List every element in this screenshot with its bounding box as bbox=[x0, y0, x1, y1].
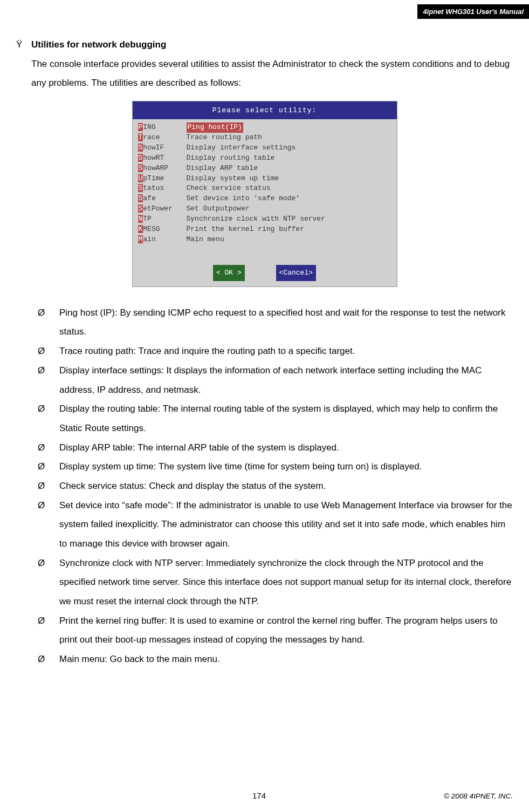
console-row[interactable]: KMESGPrint the kernel ring buffer bbox=[138, 224, 391, 235]
list-item: ØSynchronize clock with NTP server: Imme… bbox=[38, 554, 513, 611]
console-row[interactable]: ShowIFDisplay interface settings bbox=[138, 143, 391, 153]
console-row[interactable]: StatusCheck service status bbox=[138, 183, 391, 194]
console-desc: Display routing table bbox=[187, 153, 275, 163]
list-marker: Ø bbox=[38, 399, 59, 438]
list-text: Synchronize clock with NTP server: Immed… bbox=[59, 554, 513, 611]
console-desc: Set device into 'safe mode' bbox=[187, 194, 300, 204]
console-screenshot: Please select utility: PINGPing host(IP)… bbox=[132, 101, 397, 287]
list-item: ØDisplay the routing table: The internal… bbox=[38, 399, 513, 438]
console-cmd: UpTime bbox=[138, 174, 187, 184]
list-item: ØDisplay interface settings: It displays… bbox=[38, 361, 513, 399]
list-text: Ping host (IP): By sending ICMP echo req… bbox=[59, 303, 513, 342]
console-cancel-button[interactable]: <Cancel> bbox=[276, 265, 316, 281]
list-marker: Ø bbox=[38, 457, 59, 476]
list-text: Display interface settings: It displays … bbox=[59, 361, 513, 399]
list-marker: Ø bbox=[38, 496, 59, 554]
console-cmd: Main bbox=[138, 235, 187, 245]
page-footer: 174 © 2008 4IPNET, INC. bbox=[0, 791, 529, 800]
list-marker: Ø bbox=[38, 611, 59, 650]
console-desc: Synchronize clock with NTP server bbox=[187, 214, 325, 224]
console-row[interactable]: SetPowerSet Outputpower bbox=[138, 204, 391, 214]
list-marker: Ø bbox=[38, 554, 59, 611]
console-row[interactable]: ShowRTDisplay routing table bbox=[138, 153, 391, 163]
list-text: Display ARP table: The internal ARP tabl… bbox=[59, 438, 513, 458]
console-cmd: SetPower bbox=[138, 204, 187, 214]
content-area: Ÿ Utilities for network debugging The co… bbox=[16, 35, 513, 669]
section-intro: The console interface provides several u… bbox=[31, 54, 513, 93]
console-header: Please select utility: bbox=[133, 101, 397, 119]
console-desc: Print the kernel ring buffer bbox=[187, 224, 304, 235]
list-text: Display system up time: The system live … bbox=[59, 457, 513, 476]
list-text: Print the kernel ring buffer: It is used… bbox=[59, 611, 513, 650]
utility-list: ØPing host (IP): By sending ICMP echo re… bbox=[38, 303, 513, 669]
console-desc: Main menu bbox=[187, 235, 224, 245]
list-text: Display the routing table: The internal … bbox=[59, 399, 513, 438]
console-desc: Display system up time bbox=[187, 174, 279, 184]
console-cmd: ShowIF bbox=[138, 143, 187, 153]
console-desc: Display ARP table bbox=[187, 163, 258, 174]
console-cmd: ShowARP bbox=[138, 163, 187, 174]
list-item: ØMain menu: Go back to the main menu. bbox=[38, 650, 513, 669]
list-marker: Ø bbox=[38, 438, 59, 458]
console-desc: Set Outputpower bbox=[187, 204, 250, 214]
bullet-marker: Ÿ bbox=[16, 35, 31, 54]
list-item: ØPing host (IP): By sending ICMP echo re… bbox=[38, 303, 513, 342]
list-item: ØDisplay system up time: The system live… bbox=[38, 457, 513, 476]
console-desc: Check service status bbox=[187, 183, 271, 194]
list-text: Main menu: Go back to the main menu. bbox=[59, 650, 513, 669]
console-desc: Trace routing path bbox=[187, 133, 262, 143]
console-cmd: NTP bbox=[138, 214, 187, 224]
console-cmd: Trace bbox=[138, 133, 187, 143]
console-row[interactable]: ShowARPDisplay ARP table bbox=[138, 163, 391, 174]
console-ok-button[interactable]: < OK > bbox=[213, 265, 245, 281]
section-title: Utilities for network debugging bbox=[31, 35, 166, 54]
page-number: 174 bbox=[124, 791, 394, 800]
list-text: Trace routing path: Trace and inquire th… bbox=[59, 342, 513, 361]
list-item: ØTrace routing path: Trace and inquire t… bbox=[38, 342, 513, 361]
console-row[interactable]: NTPSynchronize clock with NTP server bbox=[138, 214, 391, 224]
list-marker: Ø bbox=[38, 303, 59, 342]
console-cmd: KMESG bbox=[138, 224, 187, 235]
footer-copyright: © 2008 4IPNET, INC. bbox=[394, 792, 513, 800]
console-cmd: Safe bbox=[138, 194, 187, 204]
console-row[interactable]: UpTimeDisplay system up time bbox=[138, 174, 391, 184]
list-item: ØCheck service status: Check and display… bbox=[38, 476, 513, 496]
list-item: ØPrint the kernel ring buffer: It is use… bbox=[38, 611, 513, 650]
list-marker: Ø bbox=[38, 342, 59, 361]
list-text: Check service status: Check and display … bbox=[59, 476, 513, 496]
list-marker: Ø bbox=[38, 650, 59, 669]
console-desc: Display interface settings bbox=[187, 143, 296, 153]
section-heading: Ÿ Utilities for network debugging bbox=[16, 35, 513, 54]
console-row[interactable]: SafeSet device into 'safe mode' bbox=[138, 194, 391, 204]
console-body: PINGPing host(IP)TraceTrace routing path… bbox=[133, 119, 397, 261]
console-cmd: PING bbox=[138, 122, 187, 133]
console-row[interactable]: PINGPing host(IP) bbox=[138, 122, 391, 133]
list-marker: Ø bbox=[38, 361, 59, 399]
console-desc: Ping host(IP) bbox=[187, 122, 243, 133]
console-footer: < OK > <Cancel> bbox=[133, 261, 397, 286]
list-item: ØDisplay ARP table: The internal ARP tab… bbox=[38, 438, 513, 458]
page-container: 4ipnet WHG301 User's Manual Ÿ Utilities … bbox=[0, 0, 529, 812]
console-cmd: Status bbox=[138, 183, 187, 194]
list-text: Set device into “safe mode”: If the admi… bbox=[59, 496, 513, 554]
console-row[interactable]: MainMain menu bbox=[138, 235, 391, 245]
console-cmd: ShowRT bbox=[138, 153, 187, 163]
header-manual-title: 4ipnet WHG301 User's Manual bbox=[417, 4, 529, 19]
list-marker: Ø bbox=[38, 476, 59, 496]
list-item: ØSet device into “safe mode”: If the adm… bbox=[38, 496, 513, 554]
console-row[interactable]: TraceTrace routing path bbox=[138, 133, 391, 143]
